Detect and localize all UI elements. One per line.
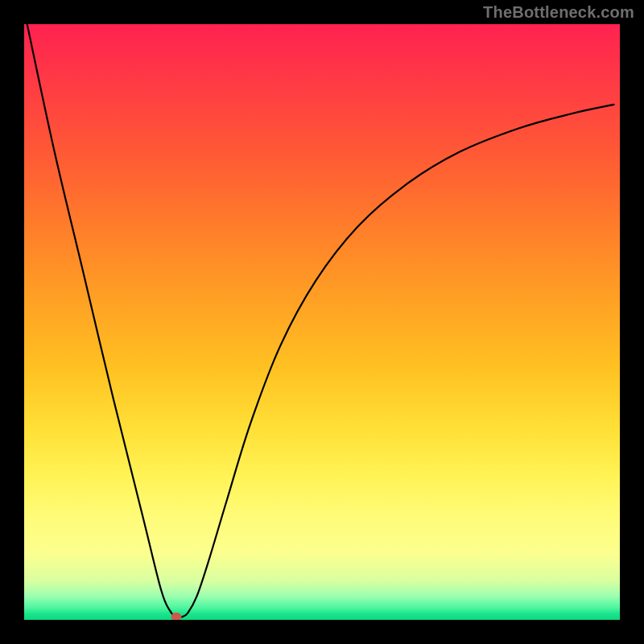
plot-area xyxy=(24,24,620,620)
watermark-label: TheBottleneck.com xyxy=(483,3,634,22)
chart-frame: TheBottleneck.com xyxy=(0,0,644,644)
bottleneck-curve xyxy=(24,24,620,620)
optimal-point-marker xyxy=(171,613,181,620)
